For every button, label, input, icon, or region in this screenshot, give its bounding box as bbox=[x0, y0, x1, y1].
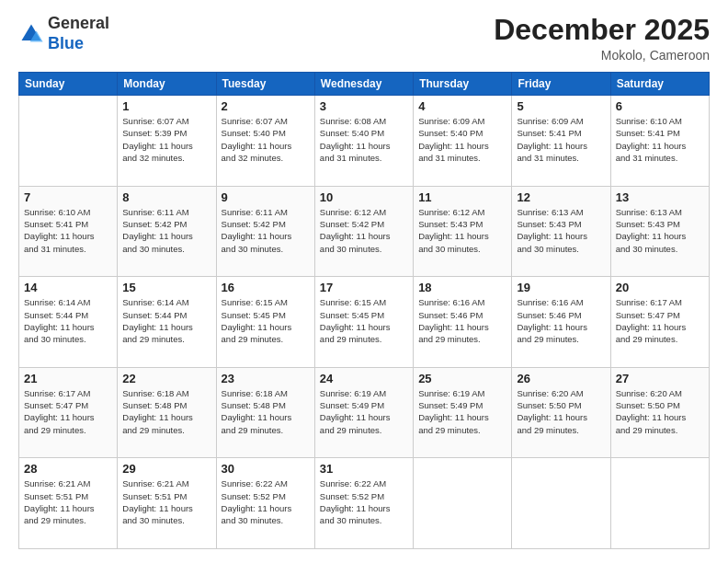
calendar-cell: 14Sunrise: 6:14 AM Sunset: 5:44 PM Dayli… bbox=[19, 277, 118, 368]
page: General Blue December 2025 Mokolo, Camer… bbox=[0, 0, 728, 563]
day-info: Sunrise: 6:16 AM Sunset: 5:46 PM Dayligh… bbox=[517, 296, 605, 345]
day-info: Sunrise: 6:14 AM Sunset: 5:44 PM Dayligh… bbox=[24, 296, 112, 345]
day-info: Sunrise: 6:17 AM Sunset: 5:47 PM Dayligh… bbox=[616, 296, 704, 345]
calendar-cell: 24Sunrise: 6:19 AM Sunset: 5:49 PM Dayli… bbox=[314, 367, 413, 458]
day-info: Sunrise: 6:15 AM Sunset: 5:45 PM Dayligh… bbox=[222, 296, 310, 345]
calendar-cell bbox=[512, 458, 610, 549]
day-info: Sunrise: 6:13 AM Sunset: 5:43 PM Dayligh… bbox=[517, 206, 605, 255]
calendar-cell: 6Sunrise: 6:10 AM Sunset: 5:41 PM Daylig… bbox=[610, 96, 709, 187]
calendar-week-row: 21Sunrise: 6:17 AM Sunset: 5:47 PM Dayli… bbox=[19, 367, 710, 458]
day-number: 26 bbox=[517, 372, 605, 385]
calendar-cell bbox=[414, 458, 512, 549]
calendar-day-header: Monday bbox=[118, 73, 216, 96]
calendar-cell: 17Sunrise: 6:15 AM Sunset: 5:45 PM Dayli… bbox=[314, 277, 413, 368]
day-number: 3 bbox=[320, 99, 408, 113]
calendar-day-header: Tuesday bbox=[216, 73, 314, 96]
day-number: 20 bbox=[616, 281, 704, 294]
calendar-cell: 25Sunrise: 6:19 AM Sunset: 5:49 PM Dayli… bbox=[414, 367, 512, 458]
calendar-cell: 12Sunrise: 6:13 AM Sunset: 5:43 PM Dayli… bbox=[512, 186, 610, 277]
day-info: Sunrise: 6:08 AM Sunset: 5:40 PM Dayligh… bbox=[320, 115, 408, 164]
calendar-cell: 26Sunrise: 6:20 AM Sunset: 5:50 PM Dayli… bbox=[512, 367, 610, 458]
calendar-table: SundayMondayTuesdayWednesdayThursdayFrid… bbox=[18, 72, 710, 549]
calendar-cell: 11Sunrise: 6:12 AM Sunset: 5:43 PM Dayli… bbox=[414, 186, 512, 277]
day-number: 15 bbox=[122, 281, 210, 294]
calendar-cell bbox=[610, 458, 709, 549]
location-subtitle: Mokolo, Cameroon bbox=[494, 48, 710, 63]
day-number: 2 bbox=[222, 99, 310, 113]
day-info: Sunrise: 6:09 AM Sunset: 5:41 PM Dayligh… bbox=[517, 115, 605, 164]
calendar-cell bbox=[19, 96, 118, 187]
calendar-week-row: 7Sunrise: 6:10 AM Sunset: 5:41 PM Daylig… bbox=[19, 186, 710, 277]
day-number: 19 bbox=[517, 281, 605, 294]
calendar-week-row: 14Sunrise: 6:14 AM Sunset: 5:44 PM Dayli… bbox=[19, 277, 710, 368]
calendar-cell: 5Sunrise: 6:09 AM Sunset: 5:41 PM Daylig… bbox=[512, 96, 610, 187]
calendar-cell: 22Sunrise: 6:18 AM Sunset: 5:48 PM Dayli… bbox=[118, 367, 216, 458]
day-number: 27 bbox=[616, 372, 704, 385]
day-number: 11 bbox=[418, 190, 506, 204]
calendar-day-header: Thursday bbox=[414, 73, 512, 96]
day-number: 5 bbox=[517, 99, 605, 113]
day-info: Sunrise: 6:15 AM Sunset: 5:45 PM Dayligh… bbox=[320, 296, 408, 345]
calendar-day-header: Friday bbox=[512, 73, 610, 96]
calendar-day-header: Sunday bbox=[19, 73, 118, 96]
calendar-cell: 4Sunrise: 6:09 AM Sunset: 5:40 PM Daylig… bbox=[414, 96, 512, 187]
day-info: Sunrise: 6:21 AM Sunset: 5:51 PM Dayligh… bbox=[122, 477, 210, 526]
day-info: Sunrise: 6:10 AM Sunset: 5:41 PM Dayligh… bbox=[616, 115, 704, 164]
day-number: 23 bbox=[222, 372, 310, 385]
day-info: Sunrise: 6:20 AM Sunset: 5:50 PM Dayligh… bbox=[616, 387, 704, 436]
calendar-day-header: Wednesday bbox=[314, 73, 413, 96]
header: General Blue December 2025 Mokolo, Camer… bbox=[18, 14, 710, 63]
calendar-cell: 7Sunrise: 6:10 AM Sunset: 5:41 PM Daylig… bbox=[19, 186, 118, 277]
calendar-cell: 29Sunrise: 6:21 AM Sunset: 5:51 PM Dayli… bbox=[118, 458, 216, 549]
day-number: 7 bbox=[24, 190, 112, 204]
calendar-cell: 23Sunrise: 6:18 AM Sunset: 5:48 PM Dayli… bbox=[216, 367, 314, 458]
day-info: Sunrise: 6:22 AM Sunset: 5:52 PM Dayligh… bbox=[320, 477, 408, 526]
calendar-cell: 18Sunrise: 6:16 AM Sunset: 5:46 PM Dayli… bbox=[414, 277, 512, 368]
logo-text: General Blue bbox=[48, 14, 109, 53]
day-info: Sunrise: 6:20 AM Sunset: 5:50 PM Dayligh… bbox=[517, 387, 605, 436]
calendar-day-header: Saturday bbox=[610, 73, 709, 96]
day-info: Sunrise: 6:13 AM Sunset: 5:43 PM Dayligh… bbox=[616, 206, 704, 255]
day-number: 9 bbox=[222, 190, 310, 204]
day-number: 4 bbox=[418, 99, 506, 113]
calendar-cell: 19Sunrise: 6:16 AM Sunset: 5:46 PM Dayli… bbox=[512, 277, 610, 368]
calendar-cell: 3Sunrise: 6:08 AM Sunset: 5:40 PM Daylig… bbox=[314, 96, 413, 187]
day-info: Sunrise: 6:12 AM Sunset: 5:42 PM Dayligh… bbox=[320, 206, 408, 255]
day-number: 8 bbox=[122, 190, 210, 204]
day-info: Sunrise: 6:21 AM Sunset: 5:51 PM Dayligh… bbox=[24, 477, 112, 526]
calendar-cell: 30Sunrise: 6:22 AM Sunset: 5:52 PM Dayli… bbox=[216, 458, 314, 549]
day-info: Sunrise: 6:16 AM Sunset: 5:46 PM Dayligh… bbox=[418, 296, 506, 345]
day-number: 14 bbox=[24, 281, 112, 294]
day-info: Sunrise: 6:22 AM Sunset: 5:52 PM Dayligh… bbox=[222, 477, 310, 526]
calendar-cell: 1Sunrise: 6:07 AM Sunset: 5:39 PM Daylig… bbox=[118, 96, 216, 187]
day-number: 1 bbox=[122, 99, 210, 113]
day-info: Sunrise: 6:09 AM Sunset: 5:40 PM Dayligh… bbox=[418, 115, 506, 164]
day-number: 10 bbox=[320, 190, 408, 204]
day-number: 18 bbox=[418, 281, 506, 294]
calendar-cell: 21Sunrise: 6:17 AM Sunset: 5:47 PM Dayli… bbox=[19, 367, 118, 458]
day-info: Sunrise: 6:17 AM Sunset: 5:47 PM Dayligh… bbox=[24, 387, 112, 436]
day-info: Sunrise: 6:10 AM Sunset: 5:41 PM Dayligh… bbox=[24, 206, 112, 255]
calendar-cell: 10Sunrise: 6:12 AM Sunset: 5:42 PM Dayli… bbox=[314, 186, 413, 277]
day-number: 31 bbox=[320, 462, 408, 476]
day-info: Sunrise: 6:14 AM Sunset: 5:44 PM Dayligh… bbox=[122, 296, 210, 345]
day-number: 30 bbox=[222, 462, 310, 476]
calendar-cell: 16Sunrise: 6:15 AM Sunset: 5:45 PM Dayli… bbox=[216, 277, 314, 368]
day-number: 24 bbox=[320, 372, 408, 385]
calendar-cell: 20Sunrise: 6:17 AM Sunset: 5:47 PM Dayli… bbox=[610, 277, 709, 368]
day-info: Sunrise: 6:12 AM Sunset: 5:43 PM Dayligh… bbox=[418, 206, 506, 255]
day-number: 21 bbox=[24, 372, 112, 385]
calendar-cell: 28Sunrise: 6:21 AM Sunset: 5:51 PM Dayli… bbox=[19, 458, 118, 549]
day-info: Sunrise: 6:18 AM Sunset: 5:48 PM Dayligh… bbox=[222, 387, 310, 436]
calendar-cell: 31Sunrise: 6:22 AM Sunset: 5:52 PM Dayli… bbox=[314, 458, 413, 549]
calendar-cell: 27Sunrise: 6:20 AM Sunset: 5:50 PM Dayli… bbox=[610, 367, 709, 458]
day-info: Sunrise: 6:07 AM Sunset: 5:40 PM Dayligh… bbox=[222, 115, 310, 164]
day-number: 17 bbox=[320, 281, 408, 294]
day-info: Sunrise: 6:11 AM Sunset: 5:42 PM Dayligh… bbox=[122, 206, 210, 255]
day-number: 22 bbox=[122, 372, 210, 385]
title-block: December 2025 Mokolo, Cameroon bbox=[494, 14, 710, 63]
day-number: 12 bbox=[517, 190, 605, 204]
day-number: 25 bbox=[418, 372, 506, 385]
calendar-cell: 13Sunrise: 6:13 AM Sunset: 5:43 PM Dayli… bbox=[610, 186, 709, 277]
day-info: Sunrise: 6:19 AM Sunset: 5:49 PM Dayligh… bbox=[320, 387, 408, 436]
